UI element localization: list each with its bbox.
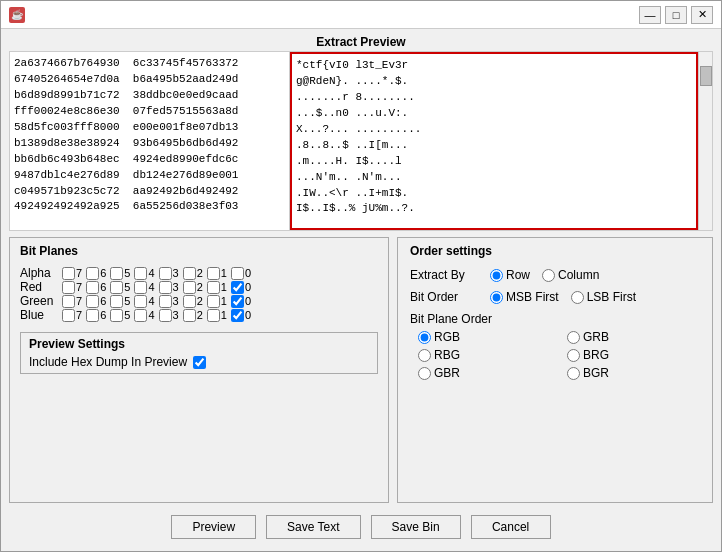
checkbox-red-6[interactable] xyxy=(86,281,99,294)
checkbox-alpha-4[interactable] xyxy=(134,267,147,280)
maximize-button[interactable]: □ xyxy=(665,6,687,24)
extract-by-col-option[interactable]: Column xyxy=(542,268,599,282)
bit-num-alpha-6: 6 xyxy=(100,267,106,279)
include-hex-label: Include Hex Dump In Preview xyxy=(29,355,187,369)
checkbox-alpha-6[interactable] xyxy=(86,267,99,280)
checkbox-blue-1[interactable] xyxy=(207,309,220,322)
rgb-option[interactable]: RGB xyxy=(418,330,551,344)
gbr-radio[interactable] xyxy=(418,367,431,380)
checkbox-green-5[interactable] xyxy=(110,295,123,308)
brg-label: BRG xyxy=(583,348,609,362)
checkbox-red-3[interactable] xyxy=(159,281,172,294)
bit-num-red-3: 3 xyxy=(173,281,179,293)
save-bin-button[interactable]: Save Bin xyxy=(371,515,461,539)
checkbox-green-0[interactable] xyxy=(231,295,244,308)
checkbox-red-2[interactable] xyxy=(183,281,196,294)
extract-preview-label: Extract Preview xyxy=(9,35,713,49)
bit-num-red-4: 4 xyxy=(148,281,154,293)
checkbox-red-5[interactable] xyxy=(110,281,123,294)
checkbox-red-1[interactable] xyxy=(207,281,220,294)
minimize-button[interactable]: — xyxy=(639,6,661,24)
preview-button[interactable]: Preview xyxy=(171,515,256,539)
brg-option[interactable]: BRG xyxy=(567,348,700,362)
bit-row-alpha: Alpha76543210 xyxy=(20,266,378,280)
bit-num-blue-6: 6 xyxy=(100,309,106,321)
checkbox-blue-5[interactable] xyxy=(110,309,123,322)
extract-by-row-option[interactable]: Row xyxy=(490,268,530,282)
scrollbar[interactable] xyxy=(698,52,712,230)
checkbox-green-1[interactable] xyxy=(207,295,220,308)
msb-first-radio[interactable] xyxy=(490,291,503,304)
checkbox-blue-2[interactable] xyxy=(183,309,196,322)
bit-num-blue-0: 0 xyxy=(245,309,251,321)
preview-area: 2a6374667b764930 6c33745f45763372 674052… xyxy=(9,51,713,231)
checkbox-alpha-1[interactable] xyxy=(207,267,220,280)
lsb-first-option[interactable]: LSB First xyxy=(571,290,636,304)
bit-red-6: 6 xyxy=(86,281,106,294)
checkbox-alpha-7[interactable] xyxy=(62,267,75,280)
bit-num-alpha-1: 1 xyxy=(221,267,227,279)
checkbox-blue-6[interactable] xyxy=(86,309,99,322)
checkbox-red-0[interactable] xyxy=(231,281,244,294)
checkbox-blue-3[interactable] xyxy=(159,309,172,322)
extract-by-group: Row Column xyxy=(490,268,599,282)
bit-num-red-6: 6 xyxy=(100,281,106,293)
scrollbar-thumb[interactable] xyxy=(700,66,712,86)
bit-plane-order: Bit Plane Order RGB GRB RBG xyxy=(410,312,700,380)
main-content: Extract Preview 2a6374667b764930 6c33745… xyxy=(1,29,721,551)
bit-num-alpha-5: 5 xyxy=(124,267,130,279)
checkbox-green-7[interactable] xyxy=(62,295,75,308)
lsb-first-radio[interactable] xyxy=(571,291,584,304)
checkbox-red-4[interactable] xyxy=(134,281,147,294)
checkbox-green-2[interactable] xyxy=(183,295,196,308)
bit-red-0: 0 xyxy=(231,281,251,294)
bit-label-blue: Blue xyxy=(20,308,58,322)
checkbox-red-7[interactable] xyxy=(62,281,75,294)
checkbox-alpha-0[interactable] xyxy=(231,267,244,280)
bgr-label: BGR xyxy=(583,366,609,380)
rbg-radio[interactable] xyxy=(418,349,431,362)
preview-hex[interactable]: 2a6374667b764930 6c33745f45763372 674052… xyxy=(10,52,290,230)
checkbox-green-6[interactable] xyxy=(86,295,99,308)
grb-option[interactable]: GRB xyxy=(567,330,700,344)
grb-radio[interactable] xyxy=(567,331,580,344)
bit-red-7: 7 xyxy=(62,281,82,294)
rbg-label: RBG xyxy=(434,348,460,362)
checkbox-alpha-5[interactable] xyxy=(110,267,123,280)
grb-label: GRB xyxy=(583,330,609,344)
cancel-button[interactable]: Cancel xyxy=(471,515,551,539)
bit-green-4: 4 xyxy=(134,295,154,308)
bit-blue-0: 0 xyxy=(231,309,251,322)
extract-by-row-radio[interactable] xyxy=(490,269,503,282)
checkbox-alpha-2[interactable] xyxy=(183,267,196,280)
bit-green-1: 1 xyxy=(207,295,227,308)
checkbox-blue-4[interactable] xyxy=(134,309,147,322)
gbr-label: GBR xyxy=(434,366,460,380)
title-bar-controls[interactable]: — □ ✕ xyxy=(639,6,713,24)
bit-blue-6: 6 xyxy=(86,309,106,322)
checkbox-blue-7[interactable] xyxy=(62,309,75,322)
checkbox-alpha-3[interactable] xyxy=(159,267,172,280)
bit-order-group: MSB First LSB First xyxy=(490,290,636,304)
bgr-radio[interactable] xyxy=(567,367,580,380)
extract-by-col-radio[interactable] xyxy=(542,269,555,282)
rbg-option[interactable]: RBG xyxy=(418,348,551,362)
include-hex-checkbox[interactable] xyxy=(193,356,206,369)
preview-text[interactable]: *ctf{vI0 l3t_Ev3r g@RdeN}. ....*.$. ....… xyxy=(290,52,698,230)
rgb-radio[interactable] xyxy=(418,331,431,344)
gbr-option[interactable]: GBR xyxy=(418,366,551,380)
bit-blue-3: 3 xyxy=(159,309,179,322)
bit-num-alpha-2: 2 xyxy=(197,267,203,279)
bit-num-alpha-3: 3 xyxy=(173,267,179,279)
save-text-button[interactable]: Save Text xyxy=(266,515,360,539)
bit-num-green-6: 6 xyxy=(100,295,106,307)
close-button[interactable]: ✕ xyxy=(691,6,713,24)
brg-radio[interactable] xyxy=(567,349,580,362)
bgr-option[interactable]: BGR xyxy=(567,366,700,380)
checkbox-green-3[interactable] xyxy=(159,295,172,308)
bit-row-green: Green76543210 xyxy=(20,294,378,308)
bit-green-6: 6 xyxy=(86,295,106,308)
checkbox-blue-0[interactable] xyxy=(231,309,244,322)
msb-first-option[interactable]: MSB First xyxy=(490,290,559,304)
checkbox-green-4[interactable] xyxy=(134,295,147,308)
